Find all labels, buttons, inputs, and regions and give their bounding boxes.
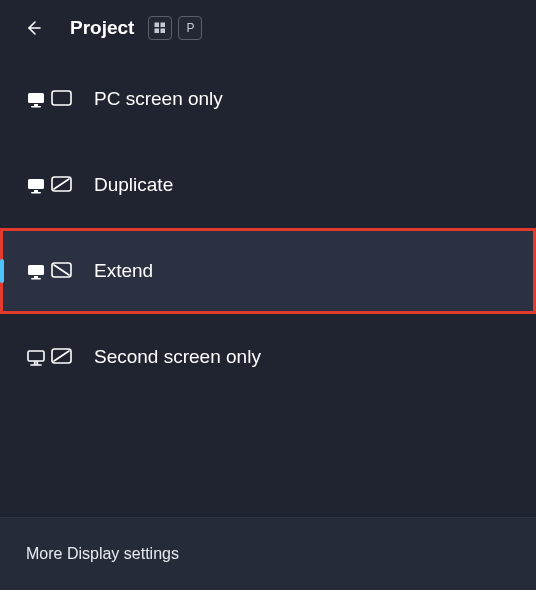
svg-rect-4	[161, 29, 166, 34]
panel-title: Project	[70, 17, 134, 39]
svg-rect-14	[28, 265, 44, 275]
svg-line-23	[54, 351, 69, 361]
option-extend[interactable]: Extend	[0, 228, 536, 314]
project-panel: { "header": { "title": "Project", "short…	[0, 0, 536, 590]
svg-rect-2	[161, 23, 166, 28]
svg-rect-16	[31, 278, 41, 280]
option-label: Second screen only	[94, 346, 261, 368]
option-label: Extend	[94, 260, 153, 282]
projection-options: PC screen only Duplicate	[0, 56, 536, 400]
svg-rect-19	[28, 351, 44, 361]
svg-rect-8	[52, 91, 71, 105]
back-arrow-icon	[24, 19, 42, 37]
option-label: PC screen only	[94, 88, 223, 110]
svg-rect-7	[31, 106, 41, 108]
more-display-settings-link[interactable]: More Display settings	[26, 545, 179, 563]
second-screen-only-icon	[26, 346, 74, 368]
svg-rect-6	[34, 104, 38, 106]
header: Project P	[0, 0, 536, 56]
duplicate-icon	[26, 174, 74, 196]
svg-rect-20	[35, 362, 38, 364]
svg-rect-1	[155, 23, 160, 28]
pc-screen-only-icon	[26, 88, 74, 110]
option-label: Duplicate	[94, 174, 173, 196]
option-duplicate[interactable]: Duplicate	[0, 142, 536, 228]
svg-rect-15	[34, 276, 38, 278]
shortcut-key-p: P	[178, 16, 202, 40]
svg-rect-10	[34, 190, 38, 192]
windows-key-icon	[148, 16, 172, 40]
back-button[interactable]	[22, 17, 44, 39]
svg-line-13	[54, 179, 69, 189]
extend-icon	[26, 260, 74, 282]
footer: More Display settings	[0, 517, 536, 590]
svg-rect-9	[28, 179, 44, 189]
svg-line-18	[54, 265, 69, 275]
svg-rect-11	[31, 192, 41, 194]
svg-rect-3	[155, 29, 160, 34]
option-pc-screen-only[interactable]: PC screen only	[0, 56, 536, 142]
shortcut-hint: P	[148, 16, 202, 40]
svg-rect-5	[28, 93, 44, 103]
option-second-screen-only[interactable]: Second screen only	[0, 314, 536, 400]
